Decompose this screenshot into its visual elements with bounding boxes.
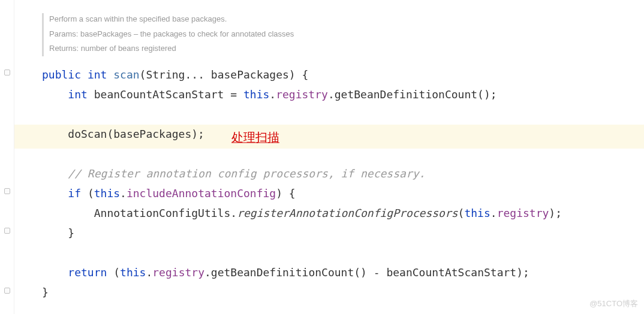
editor-gutter bbox=[0, 0, 14, 314]
comment: // Register annotation config processors… bbox=[68, 167, 425, 180]
field-registry: registry bbox=[497, 207, 549, 219]
paren-open: ( bbox=[458, 207, 465, 219]
call: .getBeanDefinitionCount(); bbox=[328, 88, 497, 101]
if-close: ) { bbox=[276, 187, 296, 200]
javadoc-returns: Returns: number of beans registered bbox=[49, 41, 294, 56]
keyword-int: int bbox=[88, 68, 107, 81]
fold-close-icon[interactable] bbox=[4, 228, 10, 234]
class-acu: AnnotationConfigUtils. bbox=[94, 207, 237, 219]
if-open: ( bbox=[81, 187, 94, 200]
static-call: registerAnnotationConfigProcessors bbox=[237, 207, 458, 219]
fold-open-icon[interactable] bbox=[4, 70, 10, 76]
field-registry: registry bbox=[152, 266, 204, 279]
javadoc-summary: Perform a scan within the specified base… bbox=[49, 12, 294, 27]
keyword-this: this bbox=[243, 88, 269, 101]
inline-annotation: 处理扫描 bbox=[231, 128, 279, 147]
keyword-if: if bbox=[68, 187, 81, 200]
javadoc-params: Params: basePackages – the packages to c… bbox=[49, 27, 294, 42]
dot: . bbox=[146, 266, 152, 279]
keyword-return: return bbox=[68, 266, 107, 279]
fold-close-icon[interactable] bbox=[4, 288, 10, 294]
signature: (String... basePackages) { bbox=[140, 68, 309, 81]
keyword-this: this bbox=[94, 187, 120, 200]
var-decl: beanCountAtScanStart = bbox=[88, 88, 243, 101]
keyword-this: this bbox=[464, 207, 490, 219]
keyword-this: this bbox=[120, 266, 146, 279]
keyword-public: public bbox=[42, 68, 81, 81]
brace-close: } bbox=[42, 286, 49, 298]
field-registry: registry bbox=[276, 88, 328, 101]
dot: . bbox=[490, 207, 497, 219]
ret-tail: .getBeanDefinitionCount() - beanCountAtS… bbox=[204, 266, 529, 279]
method-name: scan bbox=[113, 68, 139, 81]
dot: . bbox=[120, 187, 127, 200]
fold-open-icon[interactable] bbox=[4, 188, 10, 194]
call-doscan: doScan(basePackages); bbox=[68, 128, 204, 140]
keyword-int: int bbox=[68, 88, 88, 101]
field-iac: includeAnnotationConfig bbox=[127, 187, 276, 200]
code-block: public int scan(String... basePackages) … bbox=[42, 65, 562, 302]
paren-close: ); bbox=[549, 207, 562, 219]
brace-close: } bbox=[68, 227, 74, 239]
javadoc-indicator bbox=[42, 13, 44, 56]
javadoc-block: Perform a scan within the specified base… bbox=[49, 12, 294, 56]
dot: . bbox=[269, 88, 276, 101]
watermark: @51CTO博客 bbox=[589, 298, 638, 310]
ret-open: ( bbox=[107, 266, 120, 279]
